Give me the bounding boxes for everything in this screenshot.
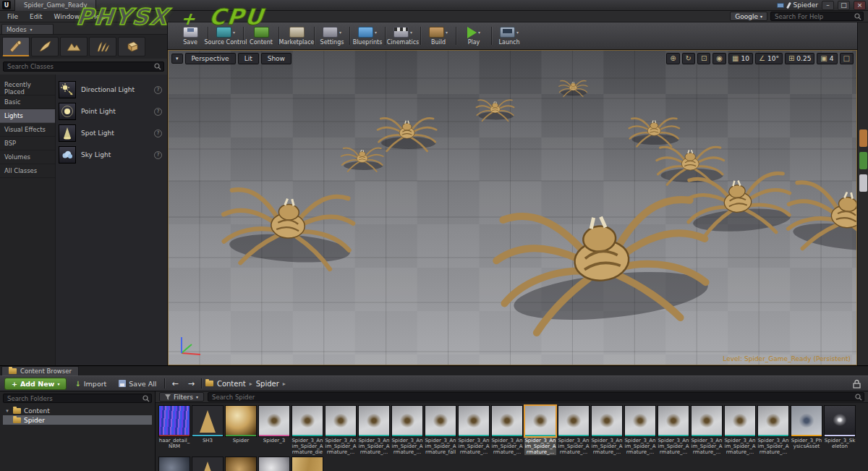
asset-spider-3-anim-spider-armature[interactable]: Spider_3_Anim_Spider_Armature_...: [624, 405, 656, 455]
toolbar-save-button[interactable]: Save: [174, 24, 207, 48]
asset-thumbnail[interactable]: [158, 457, 190, 471]
breadcrumb-expand-icon[interactable]: ▸: [283, 381, 286, 387]
asset-spider-3-anim-spider-armature[interactable]: Spider_3_Anim_Spider_Armature_...: [491, 405, 523, 455]
asset-spider-3-anim-spider-armature[interactable]: Spider_3_Anim_Spider_Armature_...: [691, 405, 723, 455]
asset-spider-3-anim-spider-armature[interactable]: Spider_3_Anim_Spider_Armature_...: [757, 405, 789, 455]
placeable-sky-light[interactable]: Sky Light?: [59, 145, 164, 164]
coordinate-system-button[interactable]: ◉: [712, 53, 726, 64]
category-basic[interactable]: Basic: [0, 96, 55, 109]
asset-sh3[interactable]: SH3: [192, 405, 224, 455]
search-folders-input[interactable]: [3, 394, 152, 403]
collapsed-panel-tab[interactable]: [859, 152, 867, 169]
rotation-snap-button[interactable]: ∠10°: [755, 53, 783, 64]
placeable-point-light[interactable]: Point Light?: [59, 102, 164, 121]
asset-spider-3-anim-spider-armature[interactable]: Spider_3_Anim_Spider_Armature_...: [591, 405, 623, 455]
translate-tool-button[interactable]: ⊕: [666, 53, 679, 64]
breadcrumb-content[interactable]: Content: [217, 380, 246, 388]
category-volumes[interactable]: Volumes: [0, 150, 55, 164]
place-mode-button[interactable]: [2, 37, 30, 56]
level-viewport[interactable]: ▾ Perspective Lit Show ⊕↻⊡◉▦10∠10°⊞0.25▣…: [168, 50, 857, 365]
perspective-button[interactable]: Perspective: [185, 53, 236, 64]
toolbar-source-control-button[interactable]: ▾Source Control: [209, 24, 242, 48]
asset-spider-3-anim-spider-armature[interactable]: Spider_3_Anim_Spider_Armature_...: [458, 405, 490, 455]
asset-spider-3-anim-spider-armature[interactable]: Spider_3_Anim_Spider_Armature_...: [724, 405, 756, 455]
lock-content-browser[interactable]: [853, 379, 864, 389]
filters-button[interactable]: Filters ▾: [159, 392, 204, 402]
viewport-scene[interactable]: [169, 51, 856, 365]
asset-spider-3-anim-spider-armature[interactable]: Spider_3_Anim_Spider_Armature_...: [391, 405, 423, 455]
help-icon[interactable]: ?: [154, 151, 162, 159]
foliage-mode-button[interactable]: [89, 37, 116, 56]
asset-thumbnail[interactable]: [192, 457, 224, 471]
save-all-button[interactable]: Save All: [114, 378, 161, 389]
toolbar-play-button[interactable]: ▾Play: [457, 24, 490, 48]
collapsed-panel-tab[interactable]: [859, 130, 867, 147]
folder-content[interactable]: ▾Content: [3, 406, 152, 415]
toolbar-settings-button[interactable]: ▾Settings: [315, 24, 349, 48]
asset-spider-3-anim-spider-armature[interactable]: Spider_3_Anim_Spider_Armature_...: [325, 405, 357, 455]
add-new-button[interactable]: + Add New ▾: [4, 378, 67, 390]
maximize-button[interactable]: □: [838, 1, 850, 10]
minimize-button[interactable]: –: [822, 1, 834, 10]
toolbar-blueprints-button[interactable]: ▾Blueprints: [351, 24, 384, 48]
close-button[interactable]: ×: [854, 1, 866, 10]
grid-snap-button[interactable]: ▦10: [728, 53, 753, 64]
placeable-spot-light[interactable]: Spot Light?: [59, 124, 164, 143]
help-icon[interactable]: ?: [154, 108, 162, 116]
rotate-tool-button[interactable]: ↻: [682, 53, 695, 64]
collapsed-panel-tab[interactable]: [859, 174, 867, 192]
asset-spider[interactable]: Spider: [225, 405, 257, 455]
asset-spider-3-anim-spider-armature[interactable]: Spider_3_Anim_Spider_Armature_...: [658, 405, 689, 455]
asset-thumbnail[interactable]: [258, 457, 290, 471]
asset-thumbnail[interactable]: [225, 457, 257, 471]
asset-spider-3-anim-spider-armature-fall[interactable]: Spider_3_Anim_Spider_Armature_fall: [425, 405, 456, 455]
help-icon[interactable]: ?: [154, 130, 162, 137]
back-button[interactable]: ←: [169, 379, 181, 389]
category-all-classes[interactable]: All Classes: [0, 164, 55, 178]
search-assets-input[interactable]: [208, 392, 864, 402]
search-classes-input[interactable]: [3, 61, 164, 72]
category-bsp[interactable]: BSP: [0, 137, 55, 150]
content-browser-tab[interactable]: Content Browser: [1, 366, 79, 375]
toolbar-marketplace-button[interactable]: Marketplace: [280, 24, 313, 48]
expand-arrow-icon[interactable]: ▾: [4, 408, 10, 414]
landscape-mode-button[interactable]: [60, 37, 88, 56]
asset-spider-3-anim-spider-armature-die[interactable]: Spider_3_Anim_Spider_Armature_die: [292, 405, 323, 455]
asset-haar-detail-nrm[interactable]: haar_detail_NRM: [158, 405, 190, 455]
toolbar-content-button[interactable]: Content: [244, 24, 278, 48]
geometry-mode-button[interactable]: [118, 37, 145, 56]
asset-spider-3-anim-spider-armature[interactable]: Spider_3_Anim_Spider_Armature_...: [558, 405, 590, 455]
breadcrumb-expand-icon[interactable]: ▸: [250, 381, 252, 387]
help-icon[interactable]: ?: [154, 86, 162, 94]
scale-tool-button[interactable]: ⊡: [697, 53, 710, 64]
asset-spider-3-physicsasset[interactable]: Spider_3_PhysicsAsset: [791, 405, 822, 455]
menu-help[interactable]: Help: [85, 12, 112, 21]
camera-speed-button[interactable]: ▣4: [817, 53, 837, 64]
paint-mode-button[interactable]: [31, 37, 59, 56]
scale-snap-button[interactable]: ⊞0.25: [785, 53, 814, 64]
asset-spider-3-anim-spider-armature[interactable]: Spider_3_Anim_Spider_Armature_...: [524, 405, 556, 455]
asset-spider-3-skeleton[interactable]: Spider_3_Skeleton: [824, 405, 856, 455]
category-recently-placed[interactable]: Recently Placed: [0, 82, 55, 96]
lit-mode-button[interactable]: Lit: [238, 53, 259, 64]
viewport-options-button[interactable]: ▾: [171, 54, 183, 64]
menu-edit[interactable]: Edit: [24, 12, 48, 21]
asset-thumbnail[interactable]: [292, 457, 323, 471]
maximize-viewport-button[interactable]: □: [840, 53, 854, 64]
google-search-button[interactable]: Google ▾: [730, 12, 767, 21]
toolbar-build-button[interactable]: ▾Build: [422, 24, 455, 48]
menu-window[interactable]: Window: [48, 12, 86, 21]
toolbar-cinematics-button[interactable]: ▾Cinematics: [386, 24, 420, 48]
project-tab[interactable]: Spider_Game_Ready: [14, 0, 96, 11]
show-button[interactable]: Show: [261, 53, 292, 64]
breadcrumb-spider[interactable]: Spider: [256, 380, 279, 388]
folder-spider[interactable]: Spider: [3, 415, 152, 425]
asset-spider-3[interactable]: Spider_3: [258, 405, 290, 455]
import-button[interactable]: ↓ Import: [70, 378, 111, 389]
category-visual-effects[interactable]: Visual Effects: [0, 123, 55, 137]
placeable-directional-light[interactable]: Directional Light?: [59, 80, 164, 99]
modes-tab[interactable]: Modes ▾: [1, 24, 54, 34]
toolbar-launch-button[interactable]: ▾Launch: [493, 24, 526, 48]
menu-file[interactable]: File: [1, 12, 24, 21]
help-search-input[interactable]: [770, 12, 864, 21]
